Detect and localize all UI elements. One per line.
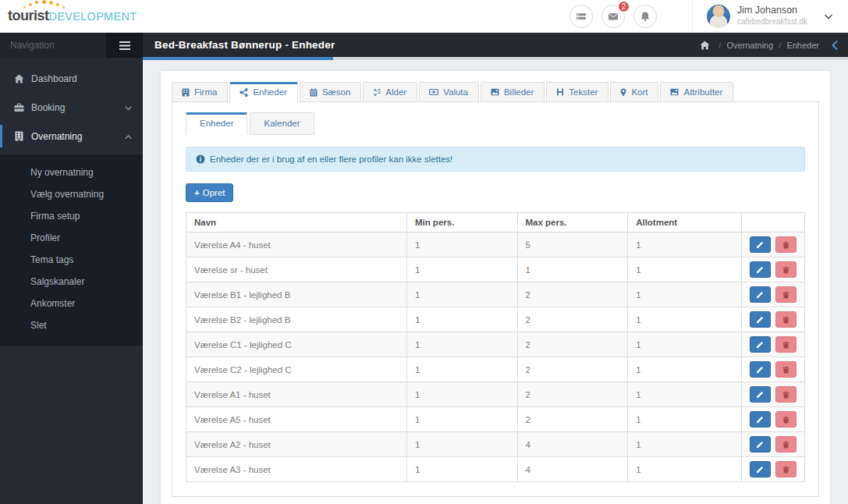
cell-max: 4	[517, 432, 628, 457]
sidebar-header: Navigation	[0, 33, 143, 58]
topbar-right: 2 Jim Johanson cafebedbreakfast.dk	[569, 0, 848, 33]
create-button-label: Opret	[203, 188, 225, 197]
delete-button[interactable]	[775, 286, 797, 303]
sidebar-subitem[interactable]: Slet	[0, 314, 143, 336]
sidebar-subitem[interactable]: Firma setup	[0, 205, 143, 227]
collapse-chevron-left-icon[interactable]	[832, 41, 838, 50]
tab-kort[interactable]: Kort	[610, 82, 658, 102]
app-shell: Navigation Dashboard Booking	[0, 33, 848, 504]
delete-button[interactable]	[775, 411, 797, 428]
edit-button[interactable]	[750, 236, 771, 253]
table-header-row: Navn Min pers. Max pers. Allotment	[186, 213, 805, 232]
list-icon	[576, 11, 587, 22]
delete-button[interactable]	[775, 386, 797, 403]
pencil-icon	[756, 316, 764, 324]
sidebar-subitem[interactable]: Ny overnatning	[0, 161, 143, 183]
sidebar-subitem[interactable]: Tema tags	[0, 249, 143, 271]
cell-allotment: 1	[628, 432, 742, 457]
create-button[interactable]: + Opret	[186, 183, 233, 202]
sidebar-header-label: Navigation	[0, 40, 55, 51]
main-tabs: Firma Enheder Sæson Alder	[172, 82, 819, 102]
sidebar-subitem[interactable]: Salgskanaler	[0, 271, 143, 293]
mail-button[interactable]: 2	[601, 5, 625, 28]
subtab-enheder[interactable]: Enheder	[186, 112, 247, 135]
delete-button[interactable]	[775, 336, 797, 353]
logo[interactable]: touristDEVELOPMENT	[0, 0, 143, 33]
edit-button[interactable]	[750, 336, 771, 353]
info-alert-text: Enheder der er i brug af en eller flere …	[210, 154, 452, 164]
cell-allotment: 1	[628, 257, 742, 282]
delete-button[interactable]	[775, 261, 797, 278]
delete-button[interactable]	[775, 236, 797, 253]
edit-button[interactable]	[750, 436, 771, 453]
cell-actions	[741, 257, 804, 282]
cell-actions	[741, 232, 804, 257]
cell-allotment: 1	[628, 357, 742, 382]
edit-button[interactable]	[750, 286, 771, 303]
column-header-min: Min pers.	[406, 213, 517, 232]
tab-alder[interactable]: Alder	[363, 82, 417, 102]
tab-saeson[interactable]: Sæson	[300, 82, 361, 102]
breadcrumb-item[interactable]: Enheder	[773, 41, 819, 50]
tab-label: Tekster	[569, 87, 598, 97]
cell-min: 1	[406, 407, 517, 432]
briefcase-icon	[13, 103, 24, 112]
tab-valuta[interactable]: Valuta	[419, 82, 479, 102]
messages-button[interactable]	[569, 5, 593, 28]
pencil-icon	[756, 291, 764, 299]
subtab-kalender[interactable]: Kalender	[250, 112, 314, 135]
tab-tekster[interactable]: Tekster	[546, 82, 609, 102]
notifications-button[interactable]	[633, 5, 657, 28]
cell-allotment: 1	[628, 457, 742, 482]
pencil-icon	[756, 241, 764, 249]
info-alert: Enheder der er i brug af en eller flere …	[186, 147, 805, 172]
sidebar-toggle-button[interactable]	[106, 33, 143, 58]
sidebar-item-overnatning[interactable]: Overnatning	[0, 125, 143, 147]
sidebar-item-booking[interactable]: Booking	[0, 96, 143, 119]
column-header-navn: Navn	[186, 213, 407, 232]
bell-icon	[640, 11, 651, 22]
trash-icon	[782, 241, 789, 249]
cell-actions	[741, 332, 804, 357]
edit-button[interactable]	[750, 386, 771, 403]
tab-label: Billeder	[504, 87, 534, 97]
tab-billeder[interactable]: Billeder	[481, 82, 545, 102]
pencil-icon	[756, 266, 764, 274]
cell-max: 2	[517, 307, 628, 332]
tab-enheder[interactable]: Enheder	[229, 82, 297, 102]
sub-tabs: Enheder Kalender	[186, 112, 805, 135]
tab-firma[interactable]: Firma	[172, 82, 228, 102]
cell-max: 1	[517, 257, 628, 282]
tab-attributter[interactable]: Attributter	[660, 82, 733, 102]
table-row: Værelse C1 - lejlighed C 1 2 1	[186, 332, 805, 357]
delete-button[interactable]	[775, 311, 797, 328]
breadcrumb-home-icon[interactable]	[700, 41, 710, 50]
delete-button[interactable]	[775, 436, 797, 453]
edit-button[interactable]	[750, 361, 771, 378]
user-name: Jim Johanson	[737, 5, 807, 17]
trash-icon	[782, 416, 789, 424]
sidebar-subitem[interactable]: Ankomster	[0, 293, 143, 314]
table-row: Værelse A2 - huset 1 4 1	[186, 432, 805, 457]
user-menu[interactable]: Jim Johanson cafebedbreakfast.dk	[692, 0, 848, 33]
user-meta: Jim Johanson cafebedbreakfast.dk	[737, 5, 807, 27]
table-row: Værelse A4 - huset 1 5 1	[186, 232, 805, 257]
sidebar-item-dashboard[interactable]: Dashboard	[0, 67, 143, 90]
pencil-icon	[756, 441, 764, 449]
edit-button[interactable]	[750, 261, 771, 278]
sidebar-subitem[interactable]: Vælg overnatning	[0, 183, 143, 205]
sidebar-subitem[interactable]: Profiler	[0, 227, 143, 249]
pencil-icon	[756, 366, 764, 374]
cell-min: 1	[406, 282, 517, 307]
breadcrumb-item[interactable]: Overnatning	[713, 41, 773, 50]
unread-badge: 2	[617, 0, 630, 13]
delete-button[interactable]	[775, 361, 797, 378]
edit-button[interactable]	[750, 461, 771, 477]
edit-button[interactable]	[750, 311, 771, 328]
tab-label: Kort	[631, 87, 648, 97]
edit-button[interactable]	[750, 411, 771, 428]
trash-icon	[782, 366, 789, 374]
delete-button[interactable]	[775, 461, 797, 477]
sun-dots-icon	[23, 0, 70, 10]
cell-navn: Værelse A1 - huset	[186, 382, 407, 407]
